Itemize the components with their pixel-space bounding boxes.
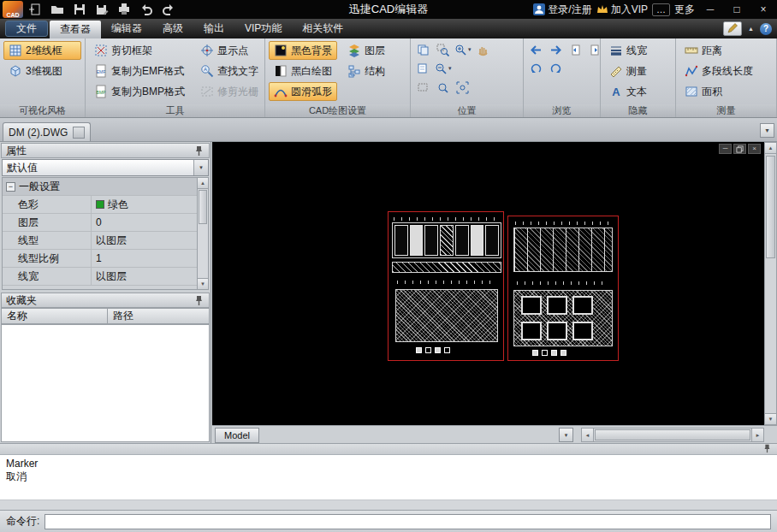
pin-icon[interactable]: [193, 295, 205, 306]
zoom-in-button[interactable]: ▾: [454, 41, 472, 58]
line-width-button[interactable]: 线宽: [604, 41, 672, 60]
document-tabbar: DM (2).DWG ▾: [0, 118, 777, 142]
favorites-name-column[interactable]: 名称: [2, 309, 108, 323]
zoom-previous-button[interactable]: [434, 79, 452, 96]
save-button[interactable]: [69, 1, 90, 18]
clip-frame-button[interactable]: 剪切框架: [89, 41, 190, 60]
property-row-linetype[interactable]: 线型 以图层: [3, 232, 197, 250]
bw-drawing-button[interactable]: 黑白绘图: [269, 62, 337, 80]
more-options-button[interactable]: …: [652, 3, 670, 16]
help-icon: ?: [763, 24, 768, 33]
drawing-bar: [410, 225, 424, 256]
property-row-layer[interactable]: 图层 0: [3, 214, 197, 232]
scrollbar-thumb[interactable]: [766, 156, 775, 258]
pin-icon[interactable]: [193, 145, 205, 157]
scrollbar-thumb[interactable]: [595, 429, 750, 440]
back-button[interactable]: [527, 41, 545, 58]
scrollbar-thumb[interactable]: [199, 190, 207, 224]
scroll-down-icon[interactable]: ▼: [198, 278, 208, 289]
zoom-out-button[interactable]: ▾: [434, 60, 453, 77]
command-history[interactable]: Marker 取消: [0, 455, 777, 499]
tab-list-dropdown[interactable]: ▾: [760, 123, 774, 138]
forward-button[interactable]: [547, 41, 565, 58]
layout-dropdown[interactable]: ▾: [559, 428, 573, 442]
copy-view-button[interactable]: [414, 41, 432, 58]
smooth-arc-button[interactable]: 圆滑弧形: [269, 82, 337, 101]
collapse-icon[interactable]: −: [6, 182, 15, 192]
minimize-button[interactable]: ─: [699, 1, 721, 18]
area-button[interactable]: 面积: [679, 82, 773, 101]
menu-viewer[interactable]: 查看器: [50, 21, 101, 38]
menu-editor[interactable]: 编辑器: [101, 19, 152, 38]
favorites-path-column[interactable]: 路径: [108, 309, 139, 323]
select-area-button[interactable]: [414, 79, 432, 96]
save-as-button[interactable]: [92, 1, 112, 18]
find-text-button[interactable]: A 查找文字: [195, 62, 264, 80]
print-button[interactable]: [114, 1, 134, 18]
help-button[interactable]: ?: [760, 23, 772, 35]
menu-related-software[interactable]: 相关软件: [292, 19, 353, 38]
document-tab-close-icon[interactable]: [73, 127, 85, 139]
model-tab[interactable]: Model: [215, 428, 259, 443]
horizontal-scrollbar[interactable]: ◄ ►: [581, 428, 764, 442]
menu-output[interactable]: 输出: [193, 19, 234, 38]
zoom-extents-button[interactable]: [454, 79, 472, 96]
property-row-lineweight[interactable]: 线宽 以图层: [3, 268, 197, 286]
hide-measure-button[interactable]: 测量: [604, 62, 672, 80]
mdi-minimize-icon[interactable]: ─: [719, 144, 732, 154]
copy-bmp-button[interactable]: BMP 复制为BMP格式: [89, 82, 190, 101]
login-button[interactable]: 登录/注册: [533, 3, 591, 17]
join-vip-button[interactable]: 加入VIP: [596, 3, 648, 17]
first-page-button[interactable]: [566, 41, 584, 58]
new-file-button[interactable]: [25, 1, 45, 18]
mdi-restore-icon[interactable]: [733, 144, 746, 154]
scroll-down-icon[interactable]: ▼: [765, 413, 776, 424]
layers-button[interactable]: 图层: [342, 41, 390, 60]
property-row-color[interactable]: 色彩 绿色: [3, 196, 197, 214]
maximize-button[interactable]: □: [726, 1, 748, 18]
black-background-button[interactable]: 黑色背景: [269, 41, 337, 60]
quick-edit-button[interactable]: [723, 21, 742, 36]
combo-dropdown-icon[interactable]: ▾: [193, 160, 208, 175]
copy-frame-button[interactable]: [414, 60, 432, 77]
menu-vip-features[interactable]: VIP功能: [234, 19, 292, 38]
document-tab[interactable]: DM (2).DWG: [3, 122, 91, 141]
undo-button[interactable]: [136, 1, 157, 18]
wireframe-2d-button[interactable]: 2维线框: [3, 41, 81, 60]
scroll-up-icon[interactable]: ▲: [765, 143, 776, 154]
preset-combobox[interactable]: 默认值 ▾: [2, 159, 209, 176]
previous-view-button[interactable]: [527, 60, 545, 77]
open-file-button[interactable]: [47, 1, 68, 18]
next-view-button[interactable]: [547, 60, 565, 77]
hide-text-button[interactable]: A 文本: [604, 82, 672, 101]
property-scrollbar[interactable]: ▲ ▼: [197, 177, 209, 290]
zoom-window-button[interactable]: [434, 41, 452, 58]
scroll-right-icon[interactable]: ►: [751, 429, 763, 441]
find-text-label: 查找文字: [217, 64, 258, 79]
show-points-button[interactable]: 显示点: [195, 41, 264, 60]
drawing-sheet-left: [388, 211, 504, 361]
drawing-canvas[interactable]: ─ ×: [212, 142, 764, 425]
copy-bmp-label: 复制为BMP格式: [111, 85, 185, 99]
command-input[interactable]: [44, 514, 771, 529]
scroll-up-icon[interactable]: ▲: [198, 178, 208, 189]
structure-button[interactable]: 结构: [342, 62, 390, 80]
property-group-row[interactable]: − 一般设置: [3, 178, 197, 196]
menu-advanced[interactable]: 高级: [152, 19, 193, 38]
menu-file[interactable]: 文件: [5, 21, 48, 37]
pin-icon[interactable]: [762, 444, 774, 455]
polyline-length-button[interactable]: 多段线长度: [679, 62, 773, 80]
mdi-close-icon[interactable]: ×: [748, 144, 761, 154]
redo-button[interactable]: [158, 1, 179, 18]
distance-button[interactable]: 距离: [679, 41, 773, 60]
property-row-linetype-scale[interactable]: 线型比例 1: [3, 250, 197, 268]
copy-emf-button[interactable]: EMF 复制为EMF格式: [89, 62, 190, 80]
collapse-ribbon-button[interactable]: ▲: [748, 26, 754, 32]
favorites-list[interactable]: [1, 324, 210, 442]
view-3d-button[interactable]: 3维视图: [3, 62, 81, 80]
more-button[interactable]: 更多: [674, 3, 695, 17]
scroll-left-icon[interactable]: ◄: [582, 429, 594, 441]
pan-button[interactable]: [474, 41, 492, 58]
close-button[interactable]: ×: [752, 1, 774, 18]
vertical-scrollbar[interactable]: ▲ ▼: [764, 142, 777, 425]
